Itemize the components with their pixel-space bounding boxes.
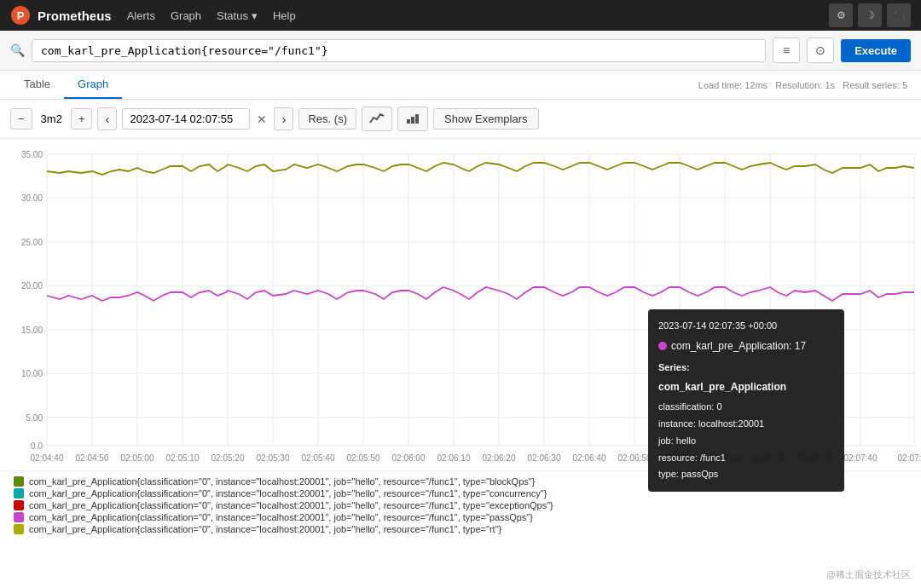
svg-text:02:06:30: 02:06:30 <box>528 453 561 463</box>
query-options-btn[interactable]: ≡ <box>773 37 800 63</box>
app-logo: P Prometheus <box>10 5 112 26</box>
prometheus-logo-icon: P <box>10 5 31 26</box>
datetime-clear-btn[interactable]: ✕ <box>255 112 269 126</box>
legend-label: com_karl_pre_Application{classification=… <box>29 524 501 534</box>
svg-text:25.00: 25.00 <box>21 238 43 247</box>
series-rt-line <box>47 163 914 175</box>
svg-text:02:05:10: 02:05:10 <box>166 453 200 463</box>
svg-text:30.00: 30.00 <box>21 193 43 203</box>
tooltip-prop-item: classification: 0 <box>658 399 834 416</box>
svg-text:10.00: 10.00 <box>21 369 43 378</box>
tooltip-prop-item: resource: /func1 <box>658 450 834 467</box>
tabs-meta: Load time: 12ms Resolution: 1s Result se… <box>698 80 911 90</box>
tooltip-dot <box>658 342 667 350</box>
svg-text:02:07:50: 02:07:50 <box>898 453 921 463</box>
svg-text:02:05:00: 02:05:00 <box>121 453 154 463</box>
duration-minus-btn[interactable]: − <box>10 108 32 130</box>
svg-text:02:05:30: 02:05:30 <box>257 453 290 463</box>
stacked-chart-icon <box>405 111 420 124</box>
svg-text:02:05:40: 02:05:40 <box>302 453 335 463</box>
time-prev-btn[interactable]: ‹ <box>97 107 117 130</box>
legend-color-box <box>14 488 24 499</box>
series-passqps-line <box>47 287 914 301</box>
nav-help[interactable]: Help <box>273 9 296 22</box>
legend-label: com_karl_pre_Application{classification=… <box>29 476 535 487</box>
execute-button[interactable]: Execute <box>841 39 911 62</box>
svg-text:15.00: 15.00 <box>21 326 43 335</box>
app-title: Prometheus <box>38 9 112 23</box>
legend-item: com_karl_pre_Application{classification=… <box>14 500 907 510</box>
legend-label: com_karl_pre_Application{classification=… <box>29 488 547 499</box>
legend-color-box <box>14 512 24 522</box>
tooltip-props: classification: 0instance: localhost:200… <box>658 399 834 483</box>
watermark: @稀土掘金技术社区 <box>826 568 911 581</box>
tab-graph[interactable]: Graph <box>64 71 122 99</box>
svg-text:5.00: 5.00 <box>26 413 43 423</box>
nav-status-label: Status <box>217 9 248 22</box>
query-history-btn[interactable]: ⊙ <box>807 37 834 63</box>
stacked-chart-btn[interactable] <box>397 107 428 131</box>
svg-rect-3 <box>411 117 414 124</box>
nav-right-icons: ⚙ ☽ ⬛ <box>829 3 911 27</box>
theme-btn[interactable]: ☽ <box>858 3 882 27</box>
svg-text:02:05:20: 02:05:20 <box>211 453 245 463</box>
tooltip-value: com_karl_pre_Application: 17 <box>658 337 834 355</box>
line-chart-icon <box>369 111 385 124</box>
legend-label: com_karl_pre_Application{classification=… <box>29 500 553 510</box>
resolution-btn[interactable]: Res. (s) <box>298 108 356 130</box>
nav-status-dropdown[interactable]: Status ▾ <box>217 9 258 22</box>
tooltip-prop-item: job: hello <box>658 433 834 450</box>
svg-text:02:05:50: 02:05:50 <box>347 453 380 463</box>
datetime-input[interactable] <box>122 108 250 130</box>
svg-text:02:06:10: 02:06:10 <box>437 453 471 463</box>
duration-display: 3m2 <box>38 112 66 125</box>
search-icon: 🔍 <box>10 43 25 57</box>
query-input[interactable] <box>32 39 766 62</box>
settings-btn[interactable]: ⚙ <box>829 3 853 27</box>
line-chart-btn[interactable] <box>362 107 392 131</box>
svg-text:02:04:50: 02:04:50 <box>76 453 109 463</box>
svg-rect-2 <box>407 119 410 124</box>
tooltip-prop-item: type: passQps <box>658 466 834 483</box>
nav-graph[interactable]: Graph <box>171 9 201 22</box>
legend-color-box <box>14 524 24 534</box>
duration-plus-btn[interactable]: + <box>71 108 93 130</box>
time-next-btn[interactable]: › <box>274 107 293 130</box>
svg-text:02:06:00: 02:06:00 <box>392 453 426 463</box>
svg-text:02:04:40: 02:04:40 <box>31 453 64 463</box>
tooltip-prop-item: instance: localhost:20001 <box>658 416 834 433</box>
svg-text:35.00: 35.00 <box>21 150 43 159</box>
legend-color-box <box>14 476 24 487</box>
svg-text:02:06:20: 02:06:20 <box>483 453 516 463</box>
tooltip-series-name: com_karl_pre_Application <box>658 378 834 395</box>
legend-item: com_karl_pre_Application{classification=… <box>14 512 907 522</box>
tooltip-series-label: Series: <box>658 360 834 376</box>
top-nav: P Prometheus Alerts Graph Status ▾ Help … <box>0 0 921 31</box>
nav-alerts[interactable]: Alerts <box>127 9 155 22</box>
legend-label: com_karl_pre_Application{classification=… <box>29 512 533 522</box>
tooltip-time: 2023-07-14 02:07:35 +00:00 <box>658 318 834 334</box>
svg-rect-4 <box>415 114 419 124</box>
legend-color-box <box>14 500 24 510</box>
svg-text:0.0: 0.0 <box>31 441 43 451</box>
svg-text:02:07:40: 02:07:40 <box>844 453 878 463</box>
svg-text:20.00: 20.00 <box>21 281 43 291</box>
tabs-row: Table Graph Load time: 12ms Resolution: … <box>0 71 921 100</box>
tab-table[interactable]: Table <box>10 71 64 99</box>
tooltip-metric: com_karl_pre_Application: 17 <box>671 337 806 355</box>
svg-text:P: P <box>17 9 25 22</box>
graph-controls: − 3m2 + ‹ ✕ › Res. (s) Show Exemplars <box>0 100 921 139</box>
svg-text:02:06:50: 02:06:50 <box>618 453 652 463</box>
chart-tooltip: 2023-07-14 02:07:35 +00:00 com_karl_pre_… <box>648 309 844 492</box>
searchbar: 🔍 ≡ ⊙ Execute <box>0 31 921 71</box>
external-btn[interactable]: ⬛ <box>887 3 911 27</box>
legend-item: com_karl_pre_Application{classification=… <box>14 524 907 534</box>
graph-area: .grid-line { stroke: #e8e8e8; stroke-wid… <box>0 139 921 471</box>
svg-text:02:06:40: 02:06:40 <box>573 453 606 463</box>
show-exemplars-btn[interactable]: Show Exemplars <box>433 108 539 130</box>
